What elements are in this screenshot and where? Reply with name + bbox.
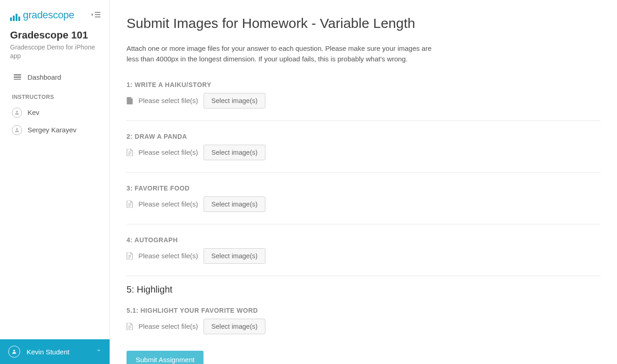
sidebar-item-label: Dashboard [28,73,61,81]
dashboard-icon [14,74,21,80]
submit-assignment-button[interactable]: Submit Assignment [127,351,204,364]
question-title: 1: WRITE A HAIKU/STORY [127,81,600,88]
instructors-section-label: INSTRUCTORS [10,94,100,100]
select-images-button[interactable]: Select image(s) [204,248,265,264]
select-images-button[interactable]: Select image(s) [204,93,265,109]
sidebar-item-dashboard[interactable]: Dashboard [10,69,100,86]
file-hint: Please select file(s) [138,322,198,330]
bars-icon [10,13,20,21]
divider [127,276,600,276]
file-icon [127,323,133,330]
course-title: Gradescope 101 [10,29,100,41]
account-menu[interactable]: Kevin Student ⌃ [0,339,110,364]
instructor-item[interactable]: Sergey Karayev [10,121,100,139]
brand-text: gradescope [23,9,74,21]
question-title: 4: AUTOGRAPH [127,236,600,244]
file-icon [127,252,133,260]
file-icon [127,149,133,156]
brand-logo[interactable]: gradescope [10,9,74,21]
file-icon [127,201,133,208]
user-icon [8,346,20,358]
instructions-text: Attach one or more image files for your … [127,43,438,65]
course-subtitle: Gradescope Demo for iPhone app [10,43,100,60]
svg-rect-1 [95,14,100,15]
question-block: 4: AUTOGRAPH Please select file(s) Selec… [127,233,600,272]
account-user-name: Kevin Student [27,348,90,356]
user-icon [12,125,22,135]
file-hint: Please select file(s) [138,97,198,104]
question-block: 2: DRAW A PANDA Please select file(s) Se… [127,129,600,168]
file-hint: Please select file(s) [138,200,198,208]
svg-rect-2 [95,16,100,17]
user-icon [12,108,22,118]
collapse-icon [91,11,100,18]
select-images-button[interactable]: Select image(s) [204,145,265,160]
question-block: 1: WRITE A HAIKU/STORY Please select fil… [127,77,600,117]
question-block: 5.1: HIGHLIGHT YOUR FAVORITE WORD Please… [127,303,600,342]
main-content: Submit Images for Homework - Variable Le… [110,0,617,364]
file-hint: Please select file(s) [138,252,198,260]
select-images-button[interactable]: Select image(s) [204,319,265,334]
divider [127,172,600,173]
question-title: 3: FAVORITE FOOD [127,185,600,192]
chevron-up-icon: ⌃ [96,348,101,355]
divider [127,120,600,121]
page-title: Submit Images for Homework - Variable Le… [127,16,600,31]
section-heading: 5: Highlight [127,284,600,295]
file-icon [127,97,133,104]
file-hint: Please select file(s) [138,148,198,156]
sidebar: gradescope Gradescope 101 Gradescope Dem… [0,0,110,364]
divider [127,224,600,224]
question-title: 5.1: HIGHLIGHT YOUR FAVORITE WORD [127,307,600,314]
instructor-item[interactable]: Kev [10,104,100,121]
instructor-name: Kev [28,109,39,116]
question-block: 3: FAVORITE FOOD Please select file(s) S… [127,181,600,220]
collapse-sidebar-button[interactable] [91,11,100,19]
svg-rect-0 [95,12,100,13]
select-images-button[interactable]: Select image(s) [204,196,265,212]
instructor-name: Sergey Karayev [28,126,77,134]
question-title: 2: DRAW A PANDA [127,133,600,140]
